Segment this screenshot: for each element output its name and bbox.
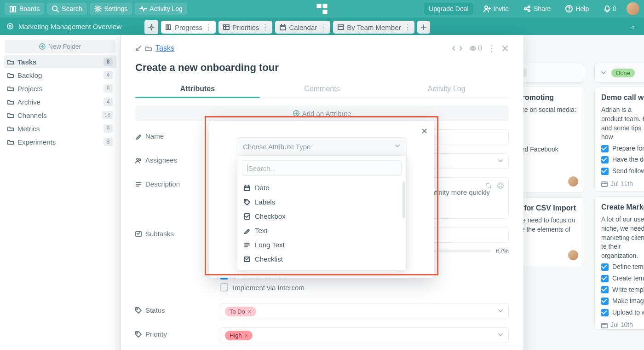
chevron-left-icon[interactable] [450, 45, 457, 52]
view-tab-team[interactable]: By Team Member ⋮ [333, 21, 414, 34]
option-long-text[interactable]: Long Text [237, 238, 406, 252]
invite-button[interactable]: Invite [479, 3, 513, 15]
card-text: Adrian is a product team. He and some ti… [601, 105, 644, 141]
task-title[interactable]: Create a new onboarding tour [135, 62, 509, 74]
svg-rect-15 [280, 25, 286, 30]
folder-projects[interactable]: Projects 8 [4, 82, 116, 95]
close-icon[interactable] [501, 45, 509, 52]
help-button[interactable]: Help [561, 3, 593, 15]
nav-arrows[interactable] [450, 45, 464, 52]
activity-log-button[interactable]: Activity Log [135, 3, 187, 15]
card-date: Jul 10th [610, 321, 633, 330]
attribute-search-input[interactable]: Search.. [242, 160, 402, 176]
card-title: Create Marketin [601, 202, 644, 212]
subtask-item[interactable]: Implement via Intercom [220, 283, 509, 292]
search-button[interactable]: Search [47, 3, 86, 15]
view-settings-button[interactable] [144, 20, 158, 34]
add-view-button[interactable] [417, 21, 430, 34]
table-icon [338, 24, 344, 30]
svg-rect-28 [244, 186, 250, 191]
card-title: promoting [518, 93, 577, 103]
dropdown-scrollbar[interactable] [402, 181, 405, 218]
target-icon[interactable] [6, 23, 14, 30]
add-attribute-button[interactable]: Add an Attribute [135, 105, 509, 121]
chevron-down-icon [497, 158, 504, 164]
expand-icon[interactable] [485, 182, 492, 189]
tab-attributes[interactable]: Attributes [135, 80, 260, 98]
tab-comments[interactable]: Comments [260, 80, 385, 98]
attribute-type-select[interactable]: Choose Attribute Type [237, 137, 407, 156]
card-text: we need to focus on [518, 216, 577, 225]
folder-channels[interactable]: Channels 16 [4, 109, 116, 122]
remove-tag-icon[interactable]: × [248, 308, 252, 315]
collapse-icon[interactable] [135, 45, 142, 52]
folder-metrics[interactable]: Metrics 9 [4, 122, 116, 135]
views-counter: 0 [470, 44, 482, 52]
option-checkbox[interactable]: Checkbox [237, 209, 406, 223]
more-icon[interactable]: ⋮ [488, 43, 496, 53]
attr-label-text: Priority [145, 330, 167, 338]
view-tab-priorities[interactable]: Priorities ⋮ [218, 21, 272, 34]
folder-count: 9 [104, 124, 113, 133]
folder-label: Experiments [17, 138, 56, 146]
boards-button[interactable]: Boards [5, 3, 44, 15]
search-icon [52, 5, 59, 12]
card-demo[interactable]: Demo call with a Adrian is a product tea… [594, 87, 644, 192]
tab-activity[interactable]: Activity Log [384, 80, 509, 98]
upgrade-button[interactable]: Upgrade Deal [424, 3, 473, 15]
folder-icon [7, 112, 14, 118]
user-avatar[interactable] [627, 2, 639, 15]
chevron-down-icon [497, 332, 504, 338]
option-text[interactable]: Text [237, 223, 406, 238]
check-label: Have the demo [612, 155, 644, 164]
emoji-icon[interactable] [497, 182, 504, 189]
kebab-icon[interactable]: ⋮ [262, 23, 268, 31]
new-folder-button[interactable]: New Folder [5, 40, 115, 53]
folder-sidebar: New Folder Tasks 8 Backlog 4 Projects 8 … [0, 35, 121, 350]
option-checklist[interactable]: Checklist [237, 252, 406, 266]
folder-icon [7, 58, 14, 65]
folder-count: 4 [104, 98, 113, 106]
folder-backlog[interactable]: Backlog 4 [4, 69, 116, 82]
option-labels[interactable]: Labels [237, 195, 406, 209]
views-value: 0 [478, 44, 482, 52]
svg-point-26 [137, 309, 138, 309]
folder-count: 16 [102, 111, 113, 119]
status-select[interactable]: To Do× [220, 303, 509, 319]
breadcrumb-link[interactable]: Tasks [155, 44, 174, 52]
column-header-done[interactable]: Done [594, 63, 644, 83]
folder-experiments[interactable]: Experiments 8 [4, 135, 116, 148]
workspace-title[interactable]: Marketing Management Overview [18, 23, 121, 30]
column-status-pill: Done [611, 69, 635, 77]
settings-button[interactable]: Settings [90, 3, 132, 15]
svg-rect-18 [602, 182, 607, 187]
kebab-icon[interactable]: ⋮ [404, 23, 410, 31]
view-tab-calendar[interactable]: Calendar ⋮ [275, 21, 330, 34]
attr-status: Status To Do× [135, 303, 509, 319]
help-icon [565, 5, 573, 12]
folder-label: Projects [17, 85, 42, 93]
close-icon[interactable]: ✕ [421, 126, 428, 136]
chevron-down-icon[interactable] [600, 70, 607, 76]
attr-label-text: Name [145, 132, 164, 140]
notifications-button[interactable]: 0 [599, 3, 621, 15]
remove-tag-icon[interactable]: × [245, 332, 248, 339]
chevron-right-icon[interactable] [458, 45, 464, 52]
kebab-icon[interactable]: ⋮ [320, 23, 326, 31]
text-icon [244, 242, 250, 248]
folder-archive[interactable]: Archive 4 [4, 95, 116, 108]
view-tab-progress[interactable]: Progress ⋮ [161, 21, 216, 34]
kebab-icon[interactable]: ⋮ [205, 23, 211, 31]
columns-icon [166, 24, 172, 30]
priority-select[interactable]: High× [220, 327, 509, 343]
card-marketing[interactable]: Create Marketin A lot of our users niche… [594, 196, 644, 330]
boards-icon [9, 5, 17, 12]
checkbox[interactable] [220, 283, 228, 292]
collapse-sidebar-icon[interactable]: « [631, 23, 635, 30]
text-icon [135, 181, 142, 187]
share-button[interactable]: Share [519, 3, 555, 15]
share-icon [523, 5, 531, 12]
folder-tasks[interactable]: Tasks 8 [4, 55, 116, 68]
checkbox-icon [601, 298, 609, 305]
option-date[interactable]: Date [237, 181, 406, 195]
